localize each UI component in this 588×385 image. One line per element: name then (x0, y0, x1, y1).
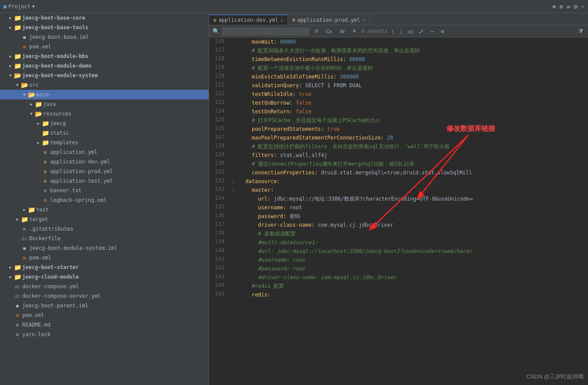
tree-item[interactable]: ▶📁templates (0, 138, 209, 147)
line-code: connectionProperties: druid.stat.mergeSq… (237, 168, 588, 177)
code-line: 125 # 打开PSCache，并且指定每个连接上PSCache的大小 (209, 116, 588, 125)
line-gutter (229, 142, 237, 151)
prev-result-btn[interactable]: ↑ (390, 28, 395, 35)
line-number: 123 (209, 99, 229, 107)
line-gutter: ○ (229, 186, 237, 194)
search-icon: 🔍 (213, 28, 220, 34)
line-code: poolPreparedStatements: true (237, 125, 588, 133)
tree-label: jeecg-boot-module-demo (22, 63, 91, 69)
context-btn[interactable]: ⤢ (417, 28, 425, 35)
tree-label: jeecg (50, 120, 66, 126)
tree-arrow-empty (7, 302, 14, 309)
tree-item[interactable]: ≡README.md (0, 320, 209, 330)
tree-item[interactable]: ▶📁jeecg-boot-module-bbs (0, 51, 209, 61)
tree-item[interactable]: mpom.xml (0, 42, 209, 51)
code-line: 120 minEvictableIdleTimeMillis: 300000 (209, 72, 588, 81)
tree-item[interactable]: ▼📂src (0, 80, 209, 90)
folder-open-icon: 📂 (14, 72, 21, 79)
tree-item[interactable]: ◼jeecg-boot-parent.iml (0, 301, 209, 310)
tree-item[interactable]: dcdocker-compose-server.yml (0, 291, 209, 301)
highlight-btn[interactable]: ≡ (439, 28, 445, 35)
search-input[interactable] (222, 27, 309, 35)
line-code: driver-class-name: com.mysql.cj.jdbc.Dri… (237, 221, 588, 229)
tree-item[interactable]: dcDockerfile (0, 234, 209, 243)
tree-item[interactable]: ▶📁test (0, 205, 209, 215)
fold-icon[interactable]: ○ (232, 179, 234, 184)
tree-item[interactable]: ▶📁java (0, 99, 209, 109)
minimize-icon[interactable]: − (581, 3, 585, 10)
add-icon[interactable]: ⊕ (552, 3, 556, 10)
tree-item[interactable]: ▼📂resources (0, 109, 209, 119)
tree-item[interactable]: ◼jeecg-boot-module-system.iml (0, 243, 209, 253)
tree-item[interactable]: ◼jeecg-boot-base.iml (0, 32, 209, 42)
tree-arrow-empty (35, 187, 42, 194)
close-search-btn[interactable]: ✕ (350, 27, 359, 35)
tab-close-btn[interactable]: ✕ (362, 17, 365, 22)
tree-file-icon: dc (21, 235, 28, 242)
tree-label: Dockerfile (29, 235, 61, 242)
tree-item[interactable]: ≡yarn.lock (0, 330, 209, 339)
settings-icon[interactable]: ⚙ (574, 3, 577, 10)
word-btn[interactable]: W (337, 28, 347, 35)
line-number: 137 (209, 221, 229, 229)
tree-item[interactable]: ▶📁jeecg-boot-base-core (0, 13, 209, 23)
line-gutter (229, 55, 237, 64)
tree-arrow: ▶ (7, 53, 14, 60)
tree-item[interactable]: mlogback-spring.xml (0, 195, 209, 205)
tree-item[interactable]: ▶📁jeecg-cloud-module (0, 272, 209, 282)
next-result-btn[interactable]: ↓ (398, 28, 404, 35)
code-line: 124 testOnReturn: false (209, 107, 588, 116)
tree-item[interactable]: ⚙application-dev.yml (0, 157, 209, 167)
editor-area: ⚙ application-dev.yml ✕ ⚙ application-pr… (209, 13, 588, 385)
filter-btn[interactable]: ⧩ (577, 27, 585, 35)
iml-icon: ◼ (16, 303, 19, 309)
tree-item[interactable]: dcdocker-compose.yml (0, 282, 209, 291)
tree-item[interactable]: ≡banner.txt (0, 186, 209, 195)
tree-file-icon: ⚙ (42, 168, 49, 175)
tree-item[interactable]: ⚙application-prod.yml (0, 167, 209, 176)
wrap-btn[interactable]: ↔ (428, 28, 436, 35)
line-code: password: 密码 (237, 212, 588, 221)
tree-item[interactable]: ▶📁jeecg-boot-module-demo (0, 61, 209, 71)
line-number: 139 (209, 238, 229, 247)
sync-icon[interactable]: ⇌ (567, 3, 570, 10)
code-line: 135 username: root (209, 203, 588, 212)
tree-item[interactable]: mpom.xml (0, 310, 209, 320)
code-line: 143 #driver-class-name: com.mysql.cj.jdb… (209, 273, 588, 282)
search-results: 0 results (362, 28, 388, 34)
tree-arrow: ▼ (14, 82, 21, 89)
tree-arrow-empty (14, 245, 21, 252)
tree-item[interactable]: ≡.gitattributes (0, 224, 209, 234)
line-code: # 打开PSCache，并且指定每个连接上PSCache的大小 (237, 116, 588, 125)
tree-item[interactable]: ▶📁target (0, 215, 209, 224)
tree-label: application-prod.yml (50, 168, 113, 174)
expand-btn[interactable]: ▭ (406, 28, 415, 35)
tree-item[interactable]: mpom.xml (0, 253, 209, 262)
list-icon[interactable]: ≡ (559, 3, 563, 10)
tree-item[interactable]: ▶📁jeecg-boot-starter (0, 262, 209, 272)
line-gutter: ○ (229, 177, 237, 186)
tree-item[interactable]: ▼📂main (0, 90, 209, 99)
tree-item[interactable]: ▶📁jeecg-boot-base-tools (0, 23, 209, 32)
tree-item[interactable]: ⚙application.yml (0, 147, 209, 157)
editor-tab[interactable]: ⚙ application-dev.yml ✕ (209, 14, 288, 25)
tree-file-icon: ⚙ (42, 158, 49, 165)
dropdown-arrow[interactable]: ▼ (32, 4, 35, 9)
code-container[interactable]: 116 maxWait: 60000117 # 配置间隔多久才进行一次检测，检测… (209, 37, 588, 385)
line-gutter (229, 256, 237, 264)
tree-file-icon: 📁 (14, 264, 21, 271)
tree-arrow: ▼ (28, 110, 35, 117)
fold-icon[interactable]: ○ (232, 187, 234, 192)
sidebar: ▶📁jeecg-boot-base-core▶📁jeecg-boot-base-… (0, 13, 209, 385)
tree-item[interactable]: ▶📁jeecg (0, 119, 209, 128)
editor-tab[interactable]: ⚙ application-prod.yml ✕ (288, 14, 370, 25)
line-number: 127 (209, 133, 229, 142)
case-btn[interactable]: Cc (324, 28, 335, 35)
line-number: 116 (209, 37, 229, 46)
line-code: # 多数据源配置 (237, 229, 588, 238)
tree-item[interactable]: 📁static (0, 128, 209, 138)
tree-item[interactable]: ▼📂jeecg-boot-module-system (0, 71, 209, 80)
tab-close-btn[interactable]: ✕ (280, 18, 283, 23)
refresh-btn[interactable]: ↺ (312, 27, 321, 35)
tree-item[interactable]: ⚙application-test.yml (0, 176, 209, 186)
